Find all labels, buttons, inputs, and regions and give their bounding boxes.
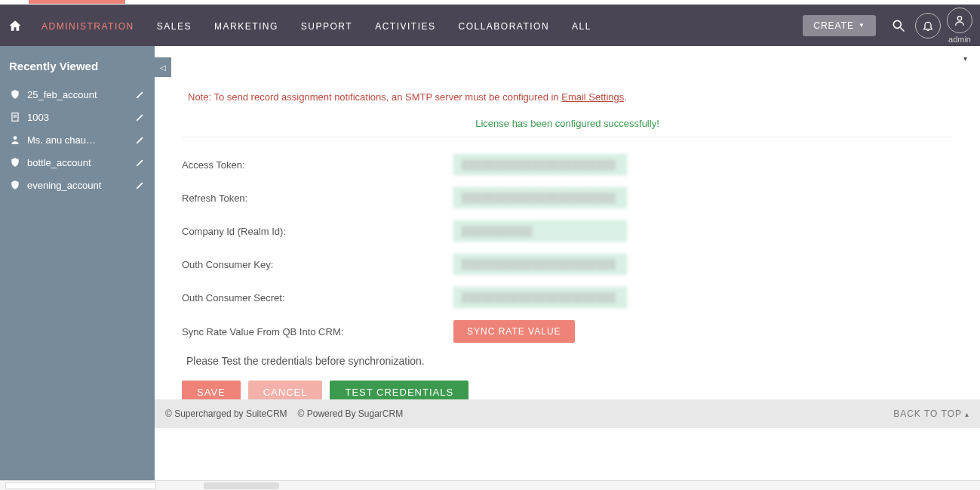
field-label: Outh Consumer Key: xyxy=(182,259,453,270)
notifications-button[interactable] xyxy=(915,13,941,39)
edit-icon[interactable] xyxy=(135,89,146,100)
user-menu[interactable]: admin xyxy=(947,8,972,44)
search-icon xyxy=(891,18,906,33)
item-label: 1003 xyxy=(27,112,135,123)
item-label: 25_feb_account xyxy=(27,89,135,100)
status-button[interactable] xyxy=(204,482,279,489)
field-value[interactable]: ███████████ xyxy=(453,220,627,242)
status-input[interactable] xyxy=(5,482,156,489)
svg-point-2 xyxy=(957,16,961,20)
home-icon xyxy=(8,19,22,32)
nav-links: ADMINISTRATIONSALESMARKETINGSUPPORTACTIV… xyxy=(30,20,603,32)
person-icon xyxy=(9,134,21,146)
avatar xyxy=(947,8,972,33)
field-value[interactable]: ████████████████████████ xyxy=(453,187,627,208)
create-button[interactable]: CREATE ▼ xyxy=(803,15,876,36)
edit-icon[interactable] xyxy=(135,112,146,122)
edit-icon[interactable] xyxy=(135,134,146,145)
caret-down-icon: ▼ xyxy=(859,22,865,29)
accent-bar xyxy=(29,0,125,4)
back-to-top-button[interactable]: BACK TO TOP ▴ xyxy=(893,408,969,419)
item-label: bottle_account xyxy=(27,157,135,168)
nav-link-support[interactable]: SUPPORT xyxy=(290,21,364,32)
note-suffix: . xyxy=(624,91,627,103)
bell-icon xyxy=(922,20,934,32)
recently-viewed-item[interactable]: 25_feb_account xyxy=(0,83,155,106)
shield-icon xyxy=(9,88,21,100)
footer: © Supercharged by SuiteCRM © Powered By … xyxy=(155,399,980,428)
recently-viewed-item[interactable]: bottle_account xyxy=(0,151,155,174)
field-label: Access Token: xyxy=(182,159,453,171)
nav-link-activities[interactable]: ACTIVITIES xyxy=(364,21,447,32)
chevron-up-icon: ▴ xyxy=(965,410,969,418)
nav-link-collaboration[interactable]: COLLABORATION xyxy=(447,21,561,32)
field-label: Company Id (Realm Id): xyxy=(182,226,453,237)
shield-icon xyxy=(9,156,21,168)
svg-line-1 xyxy=(901,27,905,31)
top-navbar: ADMINISTRATIONSALESMARKETINGSUPPORTACTIV… xyxy=(0,5,980,46)
email-settings-link[interactable]: Email Settings xyxy=(561,91,624,103)
test-credentials-note: Please Test the credentials before synch… xyxy=(186,355,953,367)
edit-icon[interactable] xyxy=(135,180,146,190)
smtp-note: Note: To send record assignment notifica… xyxy=(188,91,953,103)
sidebar: Recently Viewed 25_feb_account1003Ms. an… xyxy=(0,46,155,490)
recently-viewed-item[interactable]: 1003 xyxy=(0,106,155,128)
nav-link-sales[interactable]: SALES xyxy=(146,21,203,32)
field-value[interactable]: ████████████████████████ xyxy=(453,154,627,175)
svg-point-0 xyxy=(893,20,901,28)
sync-rate-button[interactable]: SYNC RATE VALUE xyxy=(453,320,575,343)
form-row: Access Token:████████████████████████ xyxy=(182,154,953,175)
field-value[interactable]: ████████████████████████ xyxy=(453,254,627,275)
footer-left-1: © Supercharged by SuiteCRM xyxy=(165,408,287,419)
recently-viewed-list: 25_feb_account1003Ms. anu chau…bottle_ac… xyxy=(0,83,155,196)
back-to-top-label: BACK TO TOP xyxy=(893,408,962,419)
shield-icon xyxy=(9,179,21,191)
user-label: admin xyxy=(948,35,971,44)
item-label: evening_account xyxy=(27,180,135,191)
search-button[interactable] xyxy=(889,17,908,35)
form-row: Outh Consumer Secret:███████████████████… xyxy=(182,287,953,308)
license-success-message: License has been configured successfully… xyxy=(182,118,953,129)
recently-viewed-item[interactable]: evening_account xyxy=(0,174,155,196)
sync-rate-label: Sync Rate Value From QB Into CRM: xyxy=(182,326,453,337)
item-label: Ms. anu chau… xyxy=(27,134,135,146)
nav-link-administration[interactable]: ADMINISTRATION xyxy=(30,21,146,32)
form-row: Outh Consumer Key:██████████████████████… xyxy=(182,254,953,275)
status-bar xyxy=(0,480,980,490)
recently-viewed-item[interactable]: Ms. anu chau… xyxy=(0,128,155,151)
nav-link-all[interactable]: ALL xyxy=(561,21,603,32)
field-label: Refresh Token: xyxy=(182,193,453,204)
doc-icon xyxy=(9,111,21,123)
create-label: CREATE xyxy=(813,20,854,31)
footer-left-2: © Powered By SugarCRM xyxy=(298,408,404,419)
form-row: Company Id (Realm Id):███████████ xyxy=(182,220,953,242)
sync-rate-row: Sync Rate Value From QB Into CRM: SYNC R… xyxy=(182,320,953,343)
home-button[interactable] xyxy=(0,5,30,46)
user-icon xyxy=(954,14,966,26)
credentials-form: Access Token:████████████████████████Ref… xyxy=(182,137,953,404)
edit-icon[interactable] xyxy=(135,157,146,168)
field-label: Outh Consumer Secret: xyxy=(182,292,453,304)
field-value[interactable]: ████████████████████████ xyxy=(453,287,627,308)
form-row: Refresh Token:████████████████████████ xyxy=(182,187,953,208)
sidebar-title: Recently Viewed xyxy=(0,46,155,83)
note-prefix: Note: To send record assignment notifica… xyxy=(188,91,561,103)
nav-link-marketing[interactable]: MARKETING xyxy=(203,21,290,32)
svg-point-6 xyxy=(14,136,17,140)
